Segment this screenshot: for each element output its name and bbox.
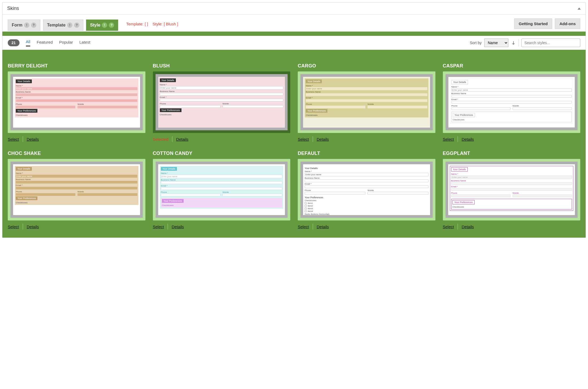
sort-direction-icon[interactable]: [511, 40, 516, 45]
help-icon[interactable]: ?: [109, 22, 114, 28]
details-link[interactable]: Details: [172, 224, 184, 229]
preview-section: Your Details: [305, 167, 428, 170]
preview-input: [160, 99, 284, 101]
preview-input: [451, 182, 572, 185]
tab-form-label: Form: [12, 23, 22, 28]
tab-form[interactable]: Form ! ?: [8, 20, 40, 31]
style-card: BERRY DELIGHT Your Details Name *Enter y…: [8, 63, 145, 142]
preview-label: Mobile: [513, 105, 572, 107]
select-link[interactable]: Select: [8, 224, 19, 229]
card-actions: Select Details: [8, 224, 145, 230]
filter-all[interactable]: All: [26, 39, 30, 47]
select-link[interactable]: Select: [8, 137, 19, 142]
tab-template[interactable]: Template ! ?: [43, 20, 83, 31]
preview-label: Phone: [161, 191, 220, 193]
status-style-label: Style:: [153, 22, 163, 26]
preview-label: Mobile: [368, 103, 427, 105]
preview-input: [16, 93, 137, 96]
preview-label: Mobile: [223, 102, 283, 105]
style-thumbnail[interactable]: Your Details Name *Enter your name Busin…: [8, 159, 145, 220]
card-title: EGGPLANT: [443, 151, 581, 156]
tab-template-label: Template: [47, 23, 65, 28]
select-link[interactable]: Select: [298, 137, 309, 142]
details-link[interactable]: Details: [462, 137, 474, 142]
preview-label: Checkboxes: [160, 113, 284, 116]
info-icon[interactable]: !: [102, 22, 107, 28]
preview-input: Enter your name: [161, 175, 283, 178]
preview-input: [306, 99, 427, 102]
preview-input: Enter your name: [451, 88, 572, 92]
preview-section: Your Preferences: [453, 113, 475, 117]
status-template-label: Template:: [126, 22, 144, 26]
divider: [23, 136, 23, 142]
details-link[interactable]: Details: [462, 224, 474, 229]
filter-latest[interactable]: Latest: [79, 40, 90, 46]
divider: [458, 136, 458, 142]
select-link[interactable]: Select: [443, 224, 454, 229]
details-link[interactable]: Details: [176, 137, 188, 142]
style-thumbnail[interactable]: Your Details Name *Enter your name Busin…: [443, 159, 581, 220]
details-link[interactable]: Details: [317, 137, 329, 142]
style-thumbnail[interactable]: Your Details Name *Enter your name Busin…: [153, 159, 291, 220]
style-card: EGGPLANT Your Details Name *Enter your n…: [443, 151, 581, 230]
preview-label: Phone: [451, 105, 510, 107]
getting-started-button[interactable]: Getting Started: [514, 18, 552, 29]
style-thumbnail[interactable]: Your Details Name *Enter your name Busin…: [443, 71, 581, 133]
preview-label: Name *: [161, 172, 283, 174]
filter-popular[interactable]: Popular: [59, 40, 73, 46]
divider: [168, 224, 168, 230]
preview-input: Enter your name: [16, 175, 137, 178]
details-link[interactable]: Details: [27, 137, 39, 142]
select-link[interactable]: Select: [443, 137, 454, 142]
style-thumbnail[interactable]: Your Details Name *Enter your name Busin…: [153, 71, 291, 133]
skins-panel: Skins Form ! ? Template ! ? Style ! ? Te…: [2, 2, 586, 238]
style-thumbnail[interactable]: Your Details Name *Enter your name Busin…: [298, 159, 435, 220]
status-style-value: [ Blush ]: [164, 22, 178, 26]
style-thumbnail[interactable]: Your Details Name *Enter your name Busin…: [298, 71, 435, 133]
preview-input: Enter your name: [306, 87, 427, 90]
preview-input: [451, 188, 572, 191]
card-title: CHOC SHAKE: [8, 151, 145, 156]
panel-header: Skins: [2, 2, 586, 15]
preview-label: Phone: [16, 190, 75, 193]
tab-style[interactable]: Style ! ?: [86, 20, 118, 31]
preview-input: [161, 194, 220, 196]
preview-label: Checkboxes: [16, 114, 137, 116]
details-link[interactable]: Details: [317, 224, 329, 229]
preview-label: Email *: [306, 97, 427, 99]
collapse-icon[interactable]: [578, 7, 581, 10]
help-icon[interactable]: ?: [31, 22, 36, 28]
addons-button[interactable]: Add-ons: [555, 18, 580, 29]
preview-input: [451, 107, 510, 110]
card-title: CARGO: [298, 63, 435, 69]
preview-label: Business Name: [451, 180, 572, 182]
preview-section: Your Preferences: [16, 196, 37, 200]
divider: [23, 224, 23, 230]
preview-input: [16, 187, 137, 189]
preview-input: [16, 106, 75, 108]
search-input[interactable]: [521, 39, 580, 47]
preview-label: Checkboxes: [452, 206, 571, 208]
preview-label: Phone: [451, 192, 510, 194]
preview-input: [160, 105, 220, 108]
preview-section: Your Preferences: [162, 199, 184, 203]
preview-section: Your Details: [451, 167, 468, 171]
select-link[interactable]: Select: [298, 224, 309, 229]
card-actions: Select Details: [298, 224, 435, 230]
sort-select[interactable]: Name: [484, 39, 508, 47]
details-link[interactable]: Details: [27, 224, 39, 229]
style-thumbnail[interactable]: Your Details Name *Enter your name Busin…: [8, 71, 145, 133]
style-card: CARGO Your Details Name *Enter your name…: [298, 63, 435, 142]
help-icon[interactable]: ?: [74, 22, 79, 28]
select-link[interactable]: Select: [153, 224, 164, 229]
divider: [172, 136, 172, 142]
preview-label: Checkboxes: [16, 201, 137, 204]
preview-section: Your Details: [160, 78, 176, 82]
filter-featured[interactable]: Featured: [37, 40, 53, 46]
preview-input: Enter your name: [160, 86, 284, 90]
info-icon[interactable]: !: [67, 22, 72, 28]
preview-section: Your Preferences: [305, 196, 428, 199]
preview-label: Name *: [16, 172, 137, 174]
preview-input: [306, 106, 365, 108]
info-icon[interactable]: !: [24, 22, 29, 28]
